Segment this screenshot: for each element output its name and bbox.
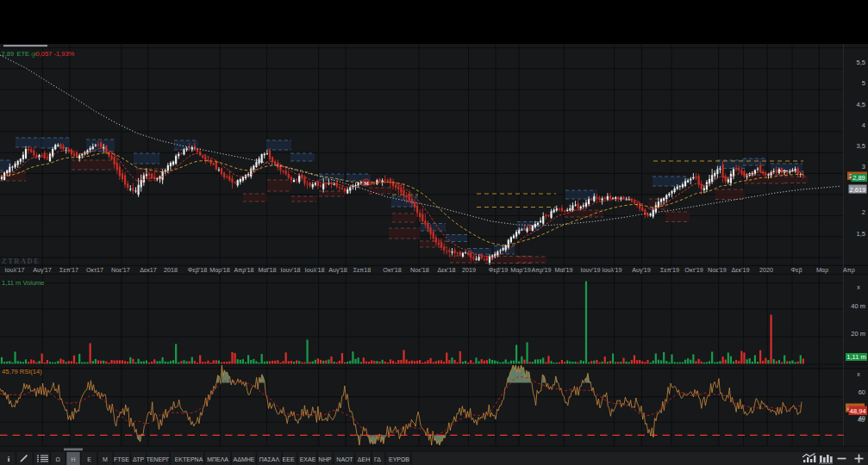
svg-text:1,11 m Volume: 1,11 m Volume	[2, 279, 44, 287]
svg-text:Ιουν'19: Ιουν'19	[581, 266, 601, 274]
svg-text:2,619: 2,619	[850, 186, 866, 194]
svg-text:Οκτ'18: Οκτ'18	[383, 266, 401, 274]
svg-text:ΓΔ: ΓΔ	[374, 456, 381, 462]
svg-text:Σεπ'19: Σεπ'19	[660, 266, 679, 274]
svg-text:Ιουλ'19: Ιουλ'19	[603, 266, 622, 274]
svg-text:Μαϊ'19: Μαϊ'19	[554, 266, 572, 274]
svg-text:Απρ: Απρ	[843, 266, 855, 274]
svg-text:Νοε'19: Νοε'19	[708, 266, 727, 274]
svg-text:FTSE: FTSE	[114, 456, 129, 462]
svg-text:1,5: 1,5	[857, 230, 865, 238]
svg-text:Μαρ'19: Μαρ'19	[510, 266, 531, 274]
svg-text:ΕΕΕ: ΕΕΕ	[283, 456, 295, 462]
svg-text:2,89: 2,89	[852, 174, 865, 182]
svg-text:ΕΧΑΕ: ΕΧΑΕ	[300, 456, 316, 462]
svg-text:3: 3	[862, 163, 865, 170]
svg-text:Ιουν'18: Ιουν'18	[281, 266, 301, 274]
svg-text:Νοε'17: Νοε'17	[111, 266, 130, 274]
svg-text:2019: 2019	[462, 266, 476, 274]
svg-text:ΔΤΡ: ΔΤΡ	[133, 456, 145, 462]
svg-text:48,94: 48,94	[850, 407, 866, 415]
svg-text:Ιουλ'17: Ιουλ'17	[5, 266, 25, 274]
svg-text:45,79 RSI(14): 45,79 RSI(14)	[2, 368, 42, 375]
svg-text:Σεπ18: Σεπ18	[353, 266, 372, 274]
svg-text:Οκτ'19: Οκτ'19	[684, 266, 703, 274]
svg-text:Μαρ: Μαρ	[816, 266, 828, 274]
svg-text:Δεκ'18: Δεκ'18	[438, 266, 456, 274]
svg-text:-0,057: -0,057	[34, 50, 52, 58]
svg-text:Μαρ'18: Μαρ'18	[209, 266, 230, 274]
svg-text:Ω: Ω	[55, 456, 59, 462]
svg-text:ΝΑΟΤ: ΝΑΟΤ	[336, 456, 353, 462]
svg-text:ΤΕΝΕΡΓ: ΤΕΝΕΡΓ	[146, 456, 169, 462]
svg-text:Μ: Μ	[103, 456, 108, 462]
svg-text:ΕΚΤΕΡΝΑ: ΕΚΤΕΡΝΑ	[175, 456, 203, 462]
svg-text:x: x	[857, 371, 860, 377]
svg-text:ΕΥΡΩΒ: ΕΥΡΩΒ	[389, 456, 409, 462]
svg-text:ΝΗΡ: ΝΗΡ	[319, 456, 332, 462]
svg-text:Οκτ17: Οκτ17	[86, 266, 103, 274]
svg-text:60: 60	[859, 388, 865, 396]
svg-text:ΠΑΣΑΛ: ΠΑΣΑΛ	[259, 456, 280, 462]
svg-text:5,5: 5,5	[857, 59, 865, 66]
svg-text:Φεβ'19: Φεβ'19	[489, 266, 508, 274]
svg-text:1,11 m: 1,11 m	[846, 353, 865, 361]
svg-text:Αυγ'18: Αυγ'18	[328, 266, 347, 274]
svg-text:4: 4	[862, 121, 865, 129]
svg-text:Φεβ'18: Φεβ'18	[188, 266, 207, 274]
svg-text:Αυγ'19: Αυγ'19	[632, 266, 651, 274]
svg-text:Αυγ'17: Αυγ'17	[33, 266, 52, 274]
svg-text:ΜΠΕΛΑ: ΜΠΕΛΑ	[207, 456, 228, 462]
svg-text:ZTRADE: ZTRADE	[2, 257, 40, 265]
svg-text:Απρ'18: Απρ'18	[234, 266, 253, 274]
svg-text:2020: 2020	[759, 266, 773, 274]
svg-text:Σεπ'17: Σεπ'17	[59, 266, 78, 274]
svg-text:Απρ'19: Απρ'19	[531, 266, 551, 274]
svg-text:Δεκ17: Δεκ17	[140, 266, 157, 274]
svg-text:Δεκ'19: Δεκ'19	[732, 266, 750, 274]
svg-text:20 m: 20 m	[851, 330, 865, 338]
svg-text:Ιουλ'18: Ιουλ'18	[305, 266, 325, 274]
svg-text:3,5: 3,5	[857, 142, 865, 150]
svg-text:-1,93%: -1,93%	[54, 50, 75, 58]
svg-text:Φεβ: Φεβ	[790, 266, 802, 274]
svg-text:M: M	[364, 181, 369, 186]
svg-text:2,89: 2,89	[2, 50, 15, 58]
svg-text:2: 2	[862, 208, 865, 216]
svg-text:Μαϊ'18: Μαϊ'18	[258, 266, 276, 274]
svg-text:Η: Η	[71, 456, 75, 462]
svg-text:Νοε'18: Νοε'18	[410, 266, 429, 274]
svg-text:2018: 2018	[164, 266, 178, 274]
svg-text:x: x	[857, 284, 860, 290]
svg-text:Ε: Ε	[87, 456, 91, 462]
svg-text:4,5: 4,5	[857, 101, 865, 108]
svg-text:5: 5	[862, 79, 865, 87]
svg-text:ΔΕΗ: ΔΕΗ	[358, 456, 370, 462]
svg-text:40: 40	[858, 416, 865, 424]
svg-text:40 m: 40 m	[851, 302, 865, 310]
svg-text:ΑΔΜΗΕ: ΑΔΜΗΕ	[234, 456, 255, 462]
